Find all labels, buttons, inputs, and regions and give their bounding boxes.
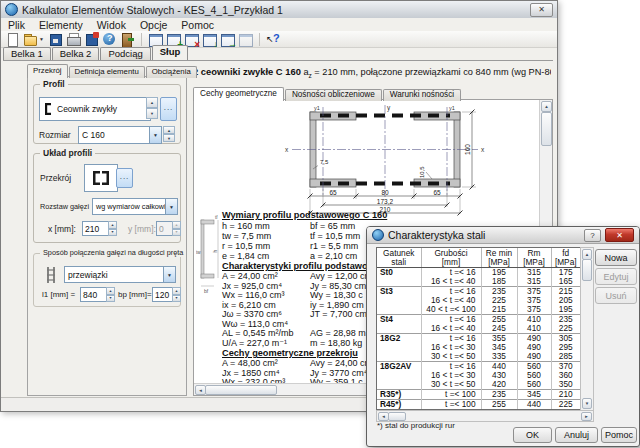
section-title: Cechy geometryczne przekroju [222, 348, 375, 358]
profile-selector[interactable]: Ceownik zwykły [39, 97, 151, 121]
spin-up-icon[interactable] [108, 221, 117, 229]
tab-obciazenia[interactable]: Obciążenia [146, 66, 197, 78]
y-spinner [172, 221, 181, 236]
dialog-close-button[interactable] [605, 228, 634, 242]
spin-up-icon[interactable] [163, 126, 175, 134]
tab-podciag[interactable]: Podciąg [100, 47, 150, 60]
tab-warunki-nosnosci[interactable]: Warunki nośności [383, 89, 461, 101]
save-file-button[interactable] [47, 32, 64, 47]
l1-spinner[interactable] [106, 287, 115, 302]
menu-item-opcje[interactable]: Opcje [133, 19, 174, 31]
dropdown-arrow-icon[interactable] [163, 267, 175, 282]
table-vertical-scrollbar[interactable] [580, 247, 594, 411]
column-header: Rm[MPa] [517, 248, 551, 268]
rozstaw-combo[interactable]: wg wymiarów całkowitych [92, 198, 178, 215]
scroll-thumb[interactable] [582, 259, 592, 281]
new-steel-button[interactable]: Nowa [595, 249, 637, 266]
new-file-button[interactable] [4, 32, 21, 47]
dropdown-arrow-icon[interactable] [149, 127, 161, 143]
close-button[interactable] [530, 3, 553, 17]
save-report-button[interactable] [83, 32, 100, 47]
svg-text:160: 160 [464, 144, 471, 155]
steel-row[interactable]: 18G2t =< 16355490305 [377, 334, 580, 344]
x-spinner[interactable] [108, 221, 117, 236]
exit-button[interactable] [119, 32, 136, 47]
tab-belka-2[interactable]: Belka 2 [52, 47, 100, 60]
help-button[interactable]: Pomoc [601, 427, 637, 443]
dialog-help-button[interactable] [584, 229, 601, 242]
spin-down-icon[interactable] [163, 134, 175, 142]
help-icon [102, 32, 117, 47]
dialog-title: Charakterystyka stali [388, 229, 485, 241]
spin-up-icon[interactable] [146, 97, 158, 108]
tab-cechy-geometryczne[interactable]: Cechy geometryczne [193, 87, 284, 101]
svg-text:x: x [481, 146, 485, 153]
menu-item-widok[interactable]: Widok [90, 19, 133, 31]
ok-button[interactable]: OK [513, 427, 552, 443]
property-line: h = 160 mmbf = 65 mm [222, 221, 387, 231]
steel-grade: R35*) [377, 390, 421, 400]
value-cell: 210 [551, 390, 580, 400]
svg-text:x: x [285, 146, 289, 153]
rozmiar-spinner[interactable] [163, 126, 175, 142]
scroll-thumb[interactable] [541, 112, 552, 146]
menu-item-elementy[interactable]: Elementy [32, 19, 90, 31]
steel-grade: St4 [377, 315, 421, 334]
scroll-right-icon[interactable] [581, 412, 592, 421]
open-dropdown-icon[interactable] [38, 32, 45, 47]
layout-browse-button[interactable] [116, 168, 133, 188]
menu-item-pomoc[interactable]: Pomoc [174, 19, 221, 31]
steel-table[interactable]: GatunekstaliGrubości[mm]Re min[MPa]Rm[MP… [377, 248, 580, 409]
property-left: r = 10,5 mm [222, 241, 310, 251]
sposob-combo[interactable]: przewiązki [64, 266, 176, 283]
spin-down-icon[interactable] [106, 295, 115, 303]
dropdown-arrow-icon[interactable] [165, 199, 177, 214]
print-button[interactable] [65, 32, 82, 47]
steel-row[interactable]: R45*)t =< 100255440225 [377, 400, 580, 410]
steel-row[interactable]: St4t =< 16255410235 [377, 315, 580, 325]
steel-row[interactable]: R35*)t =< 100235345210 [377, 390, 580, 400]
profile-browse-button[interactable] [160, 97, 177, 121]
scroll-thumb[interactable] [388, 412, 406, 421]
rozmiar-combo[interactable]: C 160 [78, 126, 162, 144]
tab-przekroj[interactable]: Przekrój [27, 64, 68, 78]
element-export-button[interactable] [219, 32, 236, 47]
scroll-thumb[interactable] [205, 385, 277, 395]
spin-up-icon[interactable] [172, 287, 181, 295]
bp-spinner[interactable] [172, 287, 181, 302]
table-footnote: *) stal do produkcji rur [377, 421, 455, 430]
element-locked-button[interactable] [237, 32, 254, 47]
steel-grade: 18G2 [377, 334, 421, 362]
profile-spinner[interactable] [146, 97, 158, 119]
tab-nosnosci-obliczeniowe[interactable]: Nośności obliczeniowe [285, 89, 382, 101]
svg-text:bf: bf [204, 288, 209, 294]
spin-down-icon[interactable] [172, 295, 181, 303]
cancel-button[interactable]: Anuluj [555, 427, 598, 443]
section-cechy: Cechy geometryczne przekroju A = 48,00 c… [222, 348, 375, 388]
spin-up-icon[interactable] [106, 287, 115, 295]
spin-down-icon[interactable] [146, 108, 158, 119]
tab-belka-1[interactable]: Belka 1 [3, 47, 51, 60]
element-import-button[interactable] [201, 32, 218, 47]
spin-down-icon [172, 229, 181, 237]
tab-slup[interactable]: Słup [152, 45, 189, 60]
element-tabs: Belka 1Belka 2PodciągSłup [3, 47, 555, 60]
steel-row[interactable]: 18G2AVt =< 16440560370 [377, 362, 580, 372]
menu-item-plik[interactable]: Plik [1, 19, 32, 31]
tab-definicja-elementu[interactable]: Definicja elementu [69, 66, 145, 78]
steel-row[interactable]: St0t =< 16195315175 [377, 268, 580, 278]
title-bar[interactable]: Kalkulator Elementów Stalowych - KES_4_1… [1, 1, 557, 19]
exit-icon [120, 32, 135, 47]
dialog-title-bar[interactable]: Charakterystyka stali [367, 227, 639, 244]
spin-up-icon [172, 221, 181, 229]
open-file-button[interactable] [22, 32, 46, 47]
spin-down-icon[interactable] [108, 229, 117, 237]
scroll-up-icon[interactable] [541, 101, 552, 112]
steel-row[interactable]: St3t =< 16235375215 [377, 287, 580, 297]
context-help-button[interactable] [265, 32, 282, 47]
scroll-down-icon[interactable] [582, 398, 592, 409]
header-symbol: a [301, 67, 309, 77]
element-import-icon [202, 32, 217, 47]
help-button[interactable] [101, 32, 118, 47]
open-file-icon [23, 32, 38, 47]
